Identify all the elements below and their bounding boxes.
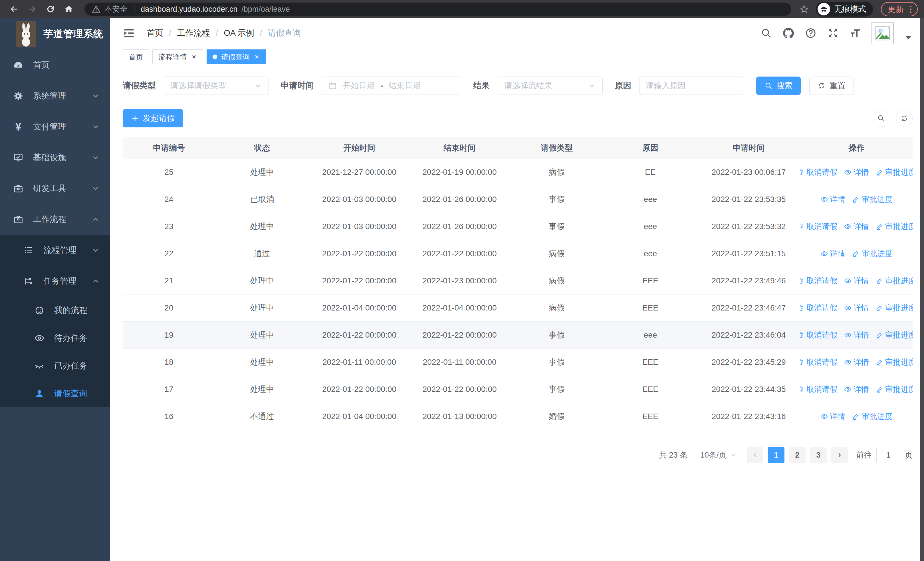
show-search-toggle-button[interactable] bbox=[873, 110, 889, 126]
create-leave-button[interactable]: 发起请假 bbox=[123, 109, 183, 127]
home-icon[interactable] bbox=[61, 2, 76, 17]
cancel-leave-link[interactable]: 取消请假 bbox=[801, 330, 837, 340]
detail-link[interactable]: 详情 bbox=[820, 411, 845, 422]
close-icon[interactable] bbox=[191, 54, 197, 60]
action-label: 审批进度 bbox=[885, 221, 913, 232]
tab-process-detail[interactable]: 流程详情 bbox=[152, 50, 203, 64]
browser-menu-icon[interactable] bbox=[909, 5, 913, 14]
cancel-leave-link[interactable]: 取消请假 bbox=[801, 221, 837, 232]
sidebar-item-leave-query[interactable]: 请假查询 bbox=[0, 380, 110, 407]
cancel-leave-link[interactable]: 取消请假 bbox=[801, 303, 837, 313]
breadcrumb-home[interactable]: 首页 bbox=[147, 27, 163, 39]
header-actions bbox=[760, 22, 912, 44]
search-icon[interactable] bbox=[760, 27, 772, 39]
avatar[interactable] bbox=[872, 22, 894, 44]
github-icon[interactable] bbox=[783, 27, 795, 39]
sidebar-item-process-management[interactable]: 流程管理 bbox=[0, 235, 110, 266]
approval-progress-link[interactable]: 审批进度 bbox=[876, 276, 913, 286]
cell-end: 2022-01-11 00:00:00 bbox=[410, 358, 510, 367]
dashboard-icon bbox=[12, 59, 24, 71]
cell-status: 处理中 bbox=[215, 384, 309, 395]
sidebar-item-task-management[interactable]: 任务管理 bbox=[0, 266, 110, 296]
reason-input[interactable]: 请输入原因 bbox=[639, 77, 744, 95]
sidebar-collapse-icon[interactable] bbox=[123, 27, 135, 39]
approval-progress-link[interactable]: 审批进度 bbox=[876, 167, 913, 177]
sidebar-item-todo-tasks[interactable]: 待办任务 bbox=[0, 324, 110, 352]
sidebar-item-infrastructure[interactable]: 基础设施 bbox=[0, 142, 110, 173]
result-select[interactable]: 请选择流结果 bbox=[498, 77, 603, 95]
update-label[interactable]: 更新 bbox=[888, 4, 904, 15]
bookmark-star-icon[interactable] bbox=[799, 4, 809, 14]
reset-button[interactable]: 重置 bbox=[809, 77, 854, 95]
approval-progress-link[interactable]: 审批进度 bbox=[876, 384, 913, 394]
start-date-placeholder[interactable]: 开始日期 bbox=[343, 80, 375, 91]
action-label: 取消请假 bbox=[806, 221, 837, 232]
tab-home[interactable]: 首页 bbox=[123, 50, 149, 64]
next-page-button[interactable] bbox=[831, 447, 848, 463]
cell-status: 已取消 bbox=[215, 194, 309, 205]
cancel-leave-link[interactable]: 取消请假 bbox=[801, 384, 837, 394]
detail-link[interactable]: 详情 bbox=[844, 384, 869, 394]
date-range-picker[interactable]: 开始日期 - 结束日期 bbox=[322, 77, 461, 95]
page-button-2[interactable]: 2 bbox=[789, 447, 806, 463]
approval-progress-link[interactable]: 审批进度 bbox=[876, 357, 913, 367]
sidebar-item-system[interactable]: 系统管理 bbox=[0, 81, 110, 111]
detail-link[interactable]: 详情 bbox=[844, 167, 869, 177]
approval-progress-link[interactable]: 审批进度 bbox=[876, 221, 913, 232]
page-size-select[interactable]: 10条/页 bbox=[695, 447, 742, 463]
url-host[interactable]: dashboard.yudao.iocoder.cn bbox=[141, 5, 237, 14]
page-button-3[interactable]: 3 bbox=[810, 447, 827, 463]
cancel-leave-link[interactable]: 取消请假 bbox=[801, 167, 837, 177]
approval-progress-link[interactable]: 审批进度 bbox=[876, 330, 913, 340]
cancel-leave-link[interactable]: 取消请假 bbox=[801, 276, 837, 286]
approval-progress-link[interactable]: 审批进度 bbox=[852, 194, 892, 205]
detail-link[interactable]: 详情 bbox=[844, 357, 869, 367]
breadcrumb-oa-example[interactable]: OA 示例 bbox=[224, 27, 254, 39]
detail-link[interactable]: 详情 bbox=[820, 194, 845, 205]
detail-link[interactable]: 详情 bbox=[844, 303, 869, 313]
page-button-1[interactable]: 1 bbox=[768, 447, 784, 463]
cancel-leave-link[interactable]: 取消请假 bbox=[801, 357, 837, 367]
address-bar[interactable]: 不安全 dashboard.yudao.iocoder.cn/bpm/oa/le… bbox=[84, 3, 791, 16]
sidebar-item-done-tasks[interactable]: 已办任务 bbox=[0, 352, 110, 380]
goto-page-input[interactable] bbox=[876, 447, 900, 463]
detail-link[interactable]: 详情 bbox=[820, 248, 845, 259]
prev-page-button[interactable] bbox=[747, 447, 764, 463]
window-scrollbar[interactable] bbox=[920, 18, 924, 561]
reset-button-label: 重置 bbox=[830, 80, 846, 91]
approval-progress-link[interactable]: 审批进度 bbox=[852, 248, 892, 259]
font-size-icon[interactable] bbox=[849, 27, 861, 39]
action-label: 取消请假 bbox=[806, 330, 837, 340]
fullscreen-icon[interactable] bbox=[827, 27, 839, 39]
approval-progress-link[interactable]: 审批进度 bbox=[852, 411, 892, 422]
back-icon[interactable] bbox=[6, 2, 22, 17]
reload-icon[interactable] bbox=[43, 2, 58, 17]
help-icon[interactable] bbox=[805, 27, 817, 39]
close-icon[interactable] bbox=[254, 54, 260, 60]
sidebar-item-payment[interactable]: ¥ 支付管理 bbox=[0, 111, 110, 142]
app-logo-row[interactable]: 芋道管理系统 bbox=[0, 18, 110, 50]
filter-apply-time: 申请时间 开始日期 - 结束日期 bbox=[281, 77, 461, 95]
tab-leave-query[interactable]: 请假查询 bbox=[207, 50, 266, 64]
col-header: 原因 bbox=[604, 143, 697, 153]
url-path[interactable]: /bpm/oa/leave bbox=[242, 5, 290, 14]
leave-type-select[interactable]: 请选择请假类型 bbox=[164, 77, 269, 95]
detail-link[interactable]: 详情 bbox=[844, 221, 869, 232]
detail-link[interactable]: 详情 bbox=[844, 330, 869, 340]
sidebar-item-my-process[interactable]: 我的流程 bbox=[0, 296, 110, 324]
breadcrumb-workflow[interactable]: 工作流程 bbox=[177, 27, 210, 39]
search-button[interactable]: 搜索 bbox=[756, 77, 801, 95]
user-menu-caret-icon[interactable] bbox=[905, 36, 912, 39]
approval-progress-link[interactable]: 审批进度 bbox=[876, 303, 913, 313]
security-label[interactable]: 不安全 bbox=[105, 4, 128, 14]
detail-link[interactable]: 详情 bbox=[844, 276, 869, 286]
action-label: 取消请假 bbox=[806, 276, 837, 286]
sidebar-item-devtools[interactable]: 研发工具 bbox=[0, 173, 110, 204]
sidebar-item-home[interactable]: 首页 bbox=[0, 50, 110, 81]
sidebar-item-workflow[interactable]: 工作流程 bbox=[0, 204, 110, 235]
row-actions: 取消请假详情审批进度 bbox=[801, 330, 913, 340]
refresh-table-button[interactable] bbox=[896, 110, 913, 126]
update-button[interactable]: 更新 bbox=[881, 2, 918, 16]
not-secure-warning-icon[interactable] bbox=[92, 5, 100, 14]
end-date-placeholder[interactable]: 结束日期 bbox=[388, 80, 421, 91]
